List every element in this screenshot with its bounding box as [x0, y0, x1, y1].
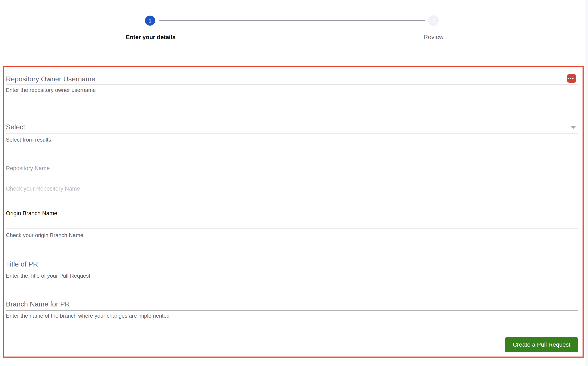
repository-owner-username-input[interactable]: Repository Owner Username [6, 75, 96, 83]
lastpass-dot [570, 78, 571, 79]
select-underline [6, 134, 578, 134]
step-1-number: 1 [149, 17, 152, 24]
pr-title-input[interactable]: Title of PR [6, 260, 38, 268]
pr-title-underline [6, 271, 578, 271]
origin-branch-name-input[interactable]: Origin Branch Name [6, 209, 57, 218]
select-helper: Select from results [6, 136, 51, 143]
lastpass-autofill-icon[interactable] [567, 74, 576, 83]
step-2-number: 2 [432, 17, 435, 24]
lastpass-dot [572, 78, 573, 79]
select-dropdown[interactable]: Select [6, 123, 25, 131]
pr-form-highlighted-region: Repository Owner Username Enter the repo… [3, 66, 584, 358]
pr-branch-helper: Enter the name of the branch where your … [6, 312, 169, 319]
repository-owner-helper: Enter the repository owner username [6, 87, 96, 93]
step-2-indicator: 2 [428, 15, 439, 26]
pr-branch-name-input[interactable]: Branch Name for PR [6, 300, 70, 308]
repository-name-input[interactable]: Repository Name [6, 164, 50, 173]
repository-name-placeholder: Check your Repository Name [6, 185, 80, 192]
step-1-label: Enter your details [88, 34, 214, 40]
origin-branch-underline [6, 228, 578, 229]
create-pull-request-button[interactable]: Create a Pull Request [505, 337, 578, 352]
stepper-connector-line [159, 20, 425, 21]
scrollbar-gutter[interactable] [585, 0, 588, 366]
step-1-indicator: 1 [145, 15, 155, 26]
repository-name-underline [6, 183, 578, 183]
step-2-label: Review [370, 34, 497, 40]
page: 1 2 Enter your details Review Repository… [0, 0, 588, 366]
pr-branch-underline [6, 311, 578, 311]
origin-branch-helper: Check your origin Branch Name [6, 232, 83, 238]
chevron-down-icon[interactable] [571, 126, 576, 129]
pr-title-helper: Enter the Title of your Pull Request [6, 272, 90, 279]
lastpass-dot [568, 78, 569, 79]
lastpass-bar [575, 76, 575, 81]
repository-owner-underline [6, 84, 578, 85]
